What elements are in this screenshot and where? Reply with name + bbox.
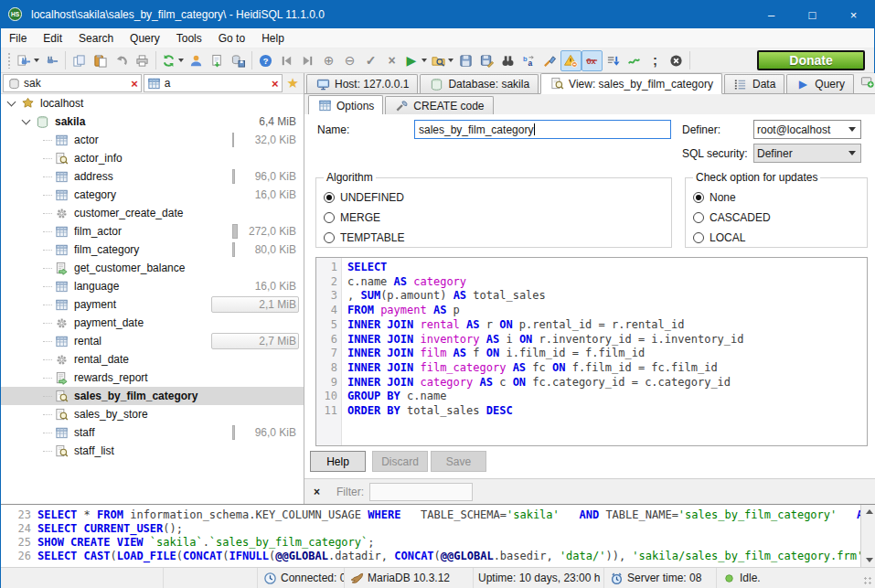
menu-go-to[interactable]: Go to: [210, 29, 253, 48]
discard-button[interactable]: Discard: [372, 451, 428, 472]
tab-query[interactable]: ▶Query: [786, 74, 854, 93]
tree-item-actor[interactable]: actor32,0 KiB: [1, 131, 304, 149]
semicolon-button[interactable]: ;: [645, 50, 666, 71]
tree-item-address[interactable]: address96,0 KiB: [1, 167, 304, 186]
check-option-radio-cascaded[interactable]: CASCADED: [693, 208, 859, 228]
help-button[interactable]: Help: [310, 451, 366, 472]
menu-search[interactable]: Search: [70, 29, 122, 48]
save-sql-as-button[interactable]: [476, 50, 497, 71]
check-option-radio-none[interactable]: None: [693, 187, 859, 208]
filter-input[interactable]: [369, 483, 473, 501]
insert-row-button[interactable]: ⊕: [318, 50, 339, 71]
requery-button[interactable]: [624, 50, 645, 71]
export-tables-button[interactable]: [207, 50, 228, 71]
tab-options[interactable]: Options: [308, 95, 383, 115]
tab-host-127-0-0-1[interactable]: Host: 127.0.0.1: [306, 74, 418, 93]
tree-item-sales_by_store[interactable]: sales_by_store: [1, 405, 304, 423]
tree-item-language[interactable]: language16,0 KiB: [1, 277, 304, 295]
replace-text-button[interactable]: ba: [518, 50, 539, 71]
radio-icon[interactable]: [693, 192, 704, 203]
tree-item-rental[interactable]: rental2,7 MiB: [1, 332, 304, 350]
tree-item-actor_info[interactable]: actor_info: [1, 149, 304, 167]
save-sql-button[interactable]: [455, 50, 476, 71]
refresh-button[interactable]: [159, 50, 186, 71]
find-text-button[interactable]: [497, 50, 518, 71]
close-button[interactable]: ×: [833, 1, 874, 28]
check-option-radio-local[interactable]: LOCAL: [693, 228, 859, 248]
radio-icon[interactable]: [693, 212, 704, 223]
clear-filter-icon[interactable]: ×: [131, 77, 138, 91]
radio-icon[interactable]: [324, 232, 335, 243]
menu-query[interactable]: Query: [122, 29, 168, 48]
tree-item-rewards_report[interactable]: rewards_report: [1, 369, 304, 387]
last-row-button[interactable]: [297, 50, 318, 71]
algorithm-radio-undefined[interactable]: UNDEFINED: [324, 187, 664, 208]
session-manager-button[interactable]: [15, 50, 41, 71]
warning-filter-button[interactable]: [560, 50, 582, 71]
delete-row-button[interactable]: ⊖: [339, 50, 360, 71]
tree-item-get_customer_balance[interactable]: get_customer_balance: [1, 259, 304, 277]
print-button[interactable]: [132, 50, 153, 71]
tab-database-sakila[interactable]: Database: sakila: [420, 74, 539, 93]
maximize-button[interactable]: □: [792, 1, 833, 28]
save-database-button[interactable]: [228, 50, 249, 71]
tree-item-rental_date[interactable]: rental_date: [1, 350, 304, 369]
execute-sql-button[interactable]: ▶: [402, 50, 429, 71]
stop-button[interactable]: [666, 50, 687, 71]
donate-button[interactable]: Donate: [757, 50, 865, 70]
dropdown-arrow-icon[interactable]: [178, 59, 184, 62]
menu-help[interactable]: Help: [253, 29, 293, 48]
copy-button[interactable]: [69, 50, 90, 71]
sql-security-select[interactable]: Definer: [753, 144, 861, 163]
log-scrollbar[interactable]: [860, 505, 875, 567]
disconnect-button[interactable]: [41, 50, 62, 71]
tree-item-payment[interactable]: payment2,1 MiB: [1, 295, 304, 314]
tree-item-film_actor[interactable]: film_actor272,0 KiB: [1, 222, 304, 241]
apply-changes-button[interactable]: ✓: [360, 50, 381, 71]
tab-create-code[interactable]: CREATE code: [385, 96, 493, 114]
discard-changes-button[interactable]: ×: [381, 50, 402, 71]
paste-button[interactable]: [90, 50, 111, 71]
beautify-sql-button[interactable]: [539, 50, 560, 71]
tree-item-payment_date[interactable]: payment_date: [1, 314, 304, 332]
resize-grip[interactable]: [863, 576, 872, 585]
tree-filter-input-2[interactable]: a×: [144, 74, 283, 92]
first-row-button[interactable]: [276, 50, 297, 71]
tab-data[interactable]: Data: [724, 74, 784, 93]
favorites-star-icon[interactable]: ★: [284, 75, 302, 91]
insert-list-button[interactable]: [603, 50, 624, 71]
open-sql-file-button[interactable]: [429, 50, 455, 71]
tab-view-sales-by-film-category[interactable]: View: sales_by_film_category: [540, 73, 722, 94]
tree-filter-input-1[interactable]: sak×: [3, 74, 142, 92]
view-name-input[interactable]: sales_by_film_category: [414, 120, 671, 139]
minimize-button[interactable]: –: [751, 1, 792, 28]
help-button[interactable]: ?: [255, 50, 276, 71]
undo-button[interactable]: [111, 50, 132, 71]
tree-item-staff[interactable]: staff96,0 KiB: [1, 423, 304, 442]
tree-item-category[interactable]: category16,0 KiB: [1, 186, 304, 204]
menu-edit[interactable]: Edit: [35, 29, 70, 48]
algorithm-radio-temptable[interactable]: TEMPTABLE: [324, 228, 664, 248]
radio-icon[interactable]: [324, 212, 335, 223]
scroll-up-icon[interactable]: [861, 505, 875, 519]
tree-item-staff_list[interactable]: staff_list: [1, 442, 304, 460]
tree-item-film_category[interactable]: film_category80,0 KiB: [1, 241, 304, 259]
definer-select[interactable]: root@localhost: [753, 120, 861, 139]
scroll-down-icon[interactable]: [861, 553, 875, 567]
dropdown-arrow-icon[interactable]: [421, 59, 427, 62]
save-button[interactable]: Save: [431, 451, 486, 472]
clear-filter-icon[interactable]: ×: [272, 77, 279, 91]
tree-item-sales_by_film_category[interactable]: sales_by_film_category: [1, 387, 304, 405]
filter-close-button[interactable]: ×: [314, 486, 320, 498]
hex-literal-button[interactable]: 0x: [582, 50, 603, 71]
tree-item-sakila[interactable]: sakila6,4 MiB: [1, 112, 304, 131]
algorithm-radio-merge[interactable]: MERGE: [324, 208, 664, 228]
menu-tools[interactable]: Tools: [168, 29, 210, 48]
tree-item-localhost[interactable]: localhost: [1, 94, 304, 112]
dropdown-arrow-icon[interactable]: [448, 59, 454, 62]
tree-item-customer_create_date[interactable]: customer_create_date: [1, 204, 304, 222]
user-manager-button[interactable]: [186, 50, 207, 71]
expand-chevron-icon[interactable]: [22, 116, 31, 125]
expand-chevron-icon[interactable]: [7, 98, 16, 107]
new-query-tab-button[interactable]: [859, 74, 874, 91]
